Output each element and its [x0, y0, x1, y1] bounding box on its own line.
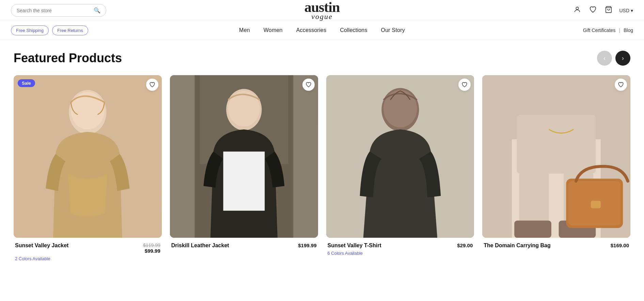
price-regular-3: $29.00 — [457, 243, 473, 248]
product-card-3[interactable]: Sunset Valley T-Shirt $29.00 6 Colors Av… — [326, 75, 474, 264]
search-box[interactable]: 🔍 — [11, 4, 106, 17]
nav-link-accessories[interactable]: Accessories — [296, 27, 326, 33]
carousel-controls: ‹ › — [597, 51, 630, 66]
section-title: Featured Products — [14, 51, 122, 65]
product-info-4: The Domain Carrying Bag $169.00 — [482, 238, 630, 251]
sale-badge-1: Sale — [18, 79, 35, 87]
account-button[interactable] — [572, 4, 582, 16]
nav-divider: | — [619, 28, 620, 33]
nav-item-collections[interactable]: Collections — [340, 27, 367, 33]
price-regular-4: $169.00 — [611, 243, 629, 248]
promo-tags: Free Shipping Free Returns — [11, 26, 88, 35]
product-price-block-3: $29.00 — [457, 243, 473, 249]
cart-button[interactable] — [603, 4, 614, 16]
product-card-4[interactable]: The Domain Carrying Bag $169.00 — [482, 75, 630, 264]
wishlist-btn-4[interactable] — [615, 79, 627, 91]
wishlist-btn-2[interactable] — [302, 79, 315, 91]
main-nav: Free Shipping Free Returns Men Women Acc… — [0, 21, 644, 40]
svg-rect-9 — [223, 152, 265, 211]
header-left: 🔍 — [11, 4, 106, 17]
nav-links-list: Men Women Accessories Collections Our St… — [239, 21, 405, 39]
wishlist-btn-1[interactable] — [146, 79, 158, 91]
svg-rect-24 — [591, 201, 601, 208]
site-header: 🔍 austin vogue USD ▾ — [0, 0, 644, 21]
product-name-4: The Domain Carrying Bag — [484, 243, 609, 249]
currency-label: USD — [619, 8, 629, 13]
price-regular-2: $199.99 — [298, 243, 316, 248]
product-name-3: Sunset Valley T-Shirt — [328, 243, 456, 249]
product-info-3: Sunset Valley T-Shirt $29.00 6 Colors Av… — [326, 238, 474, 258]
section-header: Featured Products ‹ › — [14, 51, 630, 66]
wishlist-btn-3[interactable] — [458, 79, 471, 91]
nav-item-men[interactable]: Men — [239, 27, 250, 33]
product-variants-3: 6 Colors Available — [328, 251, 473, 256]
carousel-prev-button[interactable]: ‹ — [597, 51, 612, 66]
product-image-wrapper-2 — [170, 75, 318, 238]
search-input[interactable] — [17, 8, 91, 13]
product-image-svg-2 — [170, 75, 318, 238]
blog-link[interactable]: Blog — [624, 28, 633, 33]
product-image-wrapper-3 — [326, 75, 474, 238]
search-icon[interactable]: 🔍 — [94, 7, 100, 14]
product-info-1: Sunset Valley Jacket $119.99 $99.99 2 Co… — [14, 238, 162, 264]
price-original-1: $119.99 — [143, 243, 160, 248]
product-price-block-2: $199.99 — [298, 243, 316, 249]
currency-selector[interactable]: USD ▾ — [619, 8, 633, 13]
free-shipping-tag: Free Shipping — [11, 26, 49, 35]
main-content: Featured Products ‹ › — [0, 40, 644, 278]
product-variants-1: 2 Colors Available — [15, 256, 160, 261]
currency-chevron-icon: ▾ — [631, 8, 633, 13]
price-sale-1: $99.99 — [145, 248, 160, 254]
svg-point-0 — [576, 7, 579, 10]
nav-item-women[interactable]: Women — [264, 27, 283, 33]
product-info-2: Driskill Leather Jacket $199.99 — [170, 238, 318, 251]
product-price-block-1: $119.99 $99.99 — [143, 243, 160, 254]
nav-link-collections[interactable]: Collections — [340, 27, 367, 33]
products-grid: Sale Sunset Valley Jacket $119.99 $99.99… — [14, 75, 630, 264]
gift-certificates-link[interactable]: Gift Certificates — [583, 28, 616, 33]
nav-link-men[interactable]: Men — [239, 27, 250, 33]
product-image-svg-4 — [482, 75, 630, 238]
product-image-wrapper-4 — [482, 75, 630, 238]
nav-right-links: Gift Certificates | Blog — [583, 28, 633, 33]
product-price-block-4: $169.00 — [611, 243, 629, 249]
product-image-svg-3 — [326, 75, 474, 238]
product-name-1: Sunset Valley Jacket — [15, 243, 142, 249]
product-image-svg-1 — [14, 75, 162, 238]
carousel-next-button[interactable]: › — [615, 51, 630, 66]
product-name-2: Driskill Leather Jacket — [171, 243, 297, 249]
free-returns-tag: Free Returns — [52, 26, 88, 35]
nav-link-our-story[interactable]: Our Story — [381, 27, 405, 33]
site-logo[interactable]: austin vogue — [304, 0, 340, 21]
wishlist-button[interactable] — [588, 4, 598, 16]
nav-item-accessories[interactable]: Accessories — [296, 27, 326, 33]
header-right: USD ▾ — [572, 4, 633, 16]
nav-link-women[interactable]: Women — [264, 27, 283, 33]
svg-rect-20 — [514, 220, 551, 238]
nav-item-our-story[interactable]: Our Story — [381, 27, 405, 33]
product-card-2[interactable]: Driskill Leather Jacket $199.99 — [170, 75, 318, 264]
svg-rect-17 — [517, 115, 596, 174]
product-card-1[interactable]: Sale Sunset Valley Jacket $119.99 $99.99… — [14, 75, 162, 264]
product-image-wrapper-1: Sale — [14, 75, 162, 238]
